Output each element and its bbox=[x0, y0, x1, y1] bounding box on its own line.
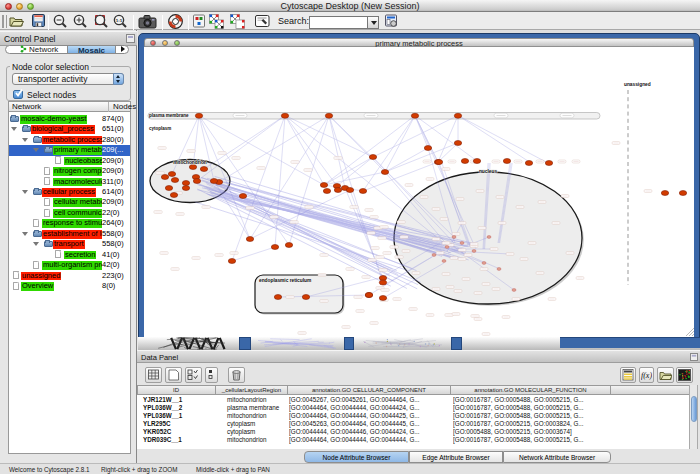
svg-text:cytoplasm: cytoplasm bbox=[149, 126, 171, 131]
svg-text:nucleus: nucleus bbox=[479, 169, 497, 174]
svg-text:plasma membrane: plasma membrane bbox=[149, 113, 189, 118]
svg-text:1:1: 1:1 bbox=[116, 18, 123, 23]
svg-text:mitochondrion: mitochondrion bbox=[173, 160, 207, 165]
svg-text:unassigned: unassigned bbox=[624, 82, 651, 87]
svg-text:f(x): f(x) bbox=[641, 371, 652, 380]
svg-text:endoplasmic reticulum: endoplasmic reticulum bbox=[259, 278, 311, 283]
